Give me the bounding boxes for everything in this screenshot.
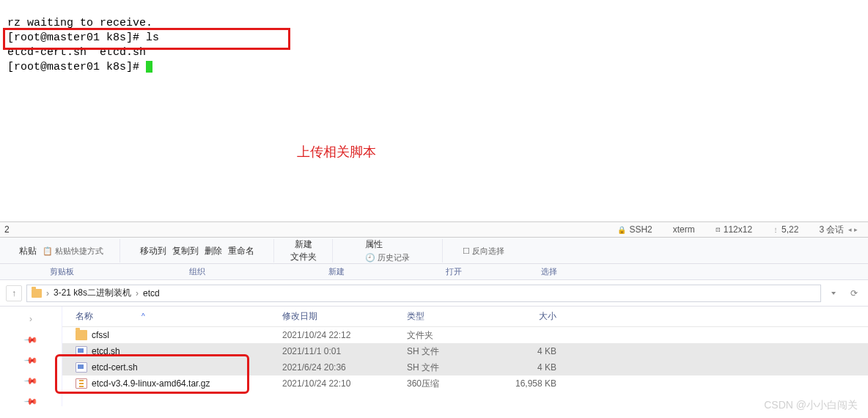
breadcrumb-item[interactable]: 3-21 k8s二进制装机 — [54, 287, 131, 299]
section-open: 打开 — [399, 266, 509, 277]
file-size: 4 KB — [502, 346, 568, 356]
history-button[interactable]: 🕘历史记录 — [365, 252, 410, 263]
file-row[interactable]: etcd.sh2021/11/1 0:01SH 文件4 KB — [62, 343, 868, 359]
properties-button[interactable]: 属性 — [365, 238, 383, 251]
file-row[interactable]: etcd-v3.4.9-linux-amd64.tar.gz2021/10/24… — [62, 375, 868, 392]
cursor-icon — [146, 61, 152, 73]
column-date[interactable]: 修改日期 — [282, 310, 407, 323]
file-list: 名称^ 修改日期 类型 大小 cfssl2021/10/24 22:12文件夹e… — [62, 307, 868, 406]
file-date: 2021/10/24 22:12 — [282, 330, 407, 340]
move-to-button[interactable]: 移动到 — [140, 245, 166, 257]
terminal-status-bar: 2 🔒SSH2 xterm ⊡112x12 ⋮5,22 3 会话◂ ▸ — [0, 221, 868, 238]
sort-asc-icon: ^ — [141, 312, 145, 320]
explorer-navbar: ↑ › 3-21 k8s二进制装机 › etcd ⟳ — [0, 280, 868, 307]
sh-icon — [76, 346, 87, 356]
nav-up-button[interactable]: ↑ — [6, 285, 22, 301]
rename-button[interactable]: 重命名 — [228, 245, 254, 257]
pin-icon[interactable]: 📌 — [23, 394, 39, 409]
file-name: etcd-v3.4.9-linux-amd64.tar.gz — [92, 378, 210, 389]
pin-icon[interactable]: 📌 — [23, 353, 39, 368]
column-size[interactable]: 大小 — [502, 310, 568, 323]
ribbon-sections: 剪贴板 组织 新建 打开 选择 — [0, 264, 868, 280]
file-size: 4 KB — [502, 362, 568, 373]
file-type: 文件夹 — [407, 329, 502, 342]
lock-icon: 🔒 — [617, 226, 626, 234]
column-name[interactable]: 名称^ — [62, 310, 282, 323]
file-name: etcd-cert.sh — [92, 362, 138, 373]
pin-icon[interactable]: 📌 — [23, 373, 39, 389]
file-row[interactable]: etcd-cert.sh2021/6/24 20:36SH 文件4 KB — [62, 359, 868, 375]
section-clipboard: 剪贴板 — [3, 266, 120, 277]
terminal-line: etcd-cert.sh etcd.sh — [7, 46, 146, 59]
chevron-right-icon[interactable]: › — [46, 288, 49, 298]
chevron-right-icon[interactable]: › — [136, 288, 139, 298]
file-row[interactable]: cfssl2021/10/24 22:12文件夹 — [62, 327, 868, 343]
terminal-line: rz waiting to receive. — [7, 17, 152, 29]
chevron-right-icon[interactable]: › — [29, 314, 32, 324]
file-size: 16,958 KB — [502, 378, 568, 389]
dropdown-icon[interactable] — [825, 285, 842, 301]
explorer-sidebar: › 📌 📌 📌 📌 — [0, 307, 62, 406]
annotation-text: 上传相关脚本 — [297, 143, 376, 161]
paste-shortcut-button[interactable]: 📋粘贴快捷方式 — [43, 246, 103, 257]
column-headers: 名称^ 修改日期 类型 大小 — [62, 307, 868, 327]
status-term: xterm — [663, 224, 705, 235]
watermark: CSDN @小小白闯关 — [764, 399, 858, 412]
terminal-output: rz waiting to receive. [root@master01 k8… — [0, 0, 868, 76]
status-ssh: 🔒SSH2 — [607, 224, 662, 235]
file-type: SH 文件 — [407, 345, 502, 358]
file-type: 360压缩 — [407, 378, 502, 390]
file-date: 2021/11/1 0:01 — [282, 346, 407, 356]
sh-icon — [76, 362, 87, 373]
address-bar[interactable]: › 3-21 k8s二进制装机 › etcd — [26, 285, 821, 302]
file-name: etcd.sh — [92, 346, 120, 356]
new-folder-button[interactable]: 新建 文件夹 — [290, 238, 317, 263]
terminal-prompt[interactable]: [root@master01 k8s]# — [7, 61, 146, 73]
delete-button[interactable]: 删除 — [205, 245, 222, 257]
folder-icon — [76, 330, 87, 340]
paste-button[interactable]: 粘贴 — [19, 245, 37, 257]
file-explorer-body: › 📌 📌 📌 📌 名称^ 修改日期 类型 大小 cfssl2021/10/24… — [0, 307, 868, 406]
section-new: 新建 — [274, 266, 399, 277]
breadcrumb-item[interactable]: etcd — [143, 288, 160, 298]
column-type[interactable]: 类型 — [407, 310, 502, 323]
invert-selection-button[interactable]: ☐反向选择 — [463, 246, 504, 257]
file-name: cfssl — [92, 330, 109, 340]
file-type: SH 文件 — [407, 362, 502, 374]
copy-to-button[interactable]: 复制到 — [172, 245, 199, 257]
refresh-button[interactable]: ⟳ — [846, 285, 862, 301]
file-date: 2021/6/24 20:36 — [282, 362, 407, 373]
archive-icon — [76, 378, 87, 389]
status-left: 2 — [0, 224, 14, 235]
pin-icon[interactable]: 📌 — [23, 332, 39, 348]
explorer-ribbon: 粘贴 📋粘贴快捷方式 移动到 复制到 删除 重命名 新建 文件夹 属性 🕘历史记… — [0, 238, 868, 264]
folder-icon — [32, 289, 42, 298]
file-date: 2021/10/24 22:10 — [282, 378, 407, 389]
status-sessions[interactable]: 3 会话◂ ▸ — [809, 224, 868, 236]
terminal-line: [root@master01 k8s]# ls — [7, 32, 159, 44]
section-select: 选择 — [509, 266, 589, 277]
status-pos: ⋮5,22 — [762, 224, 809, 235]
status-size: ⊡112x12 — [705, 224, 762, 235]
section-organize: 组织 — [120, 266, 274, 277]
